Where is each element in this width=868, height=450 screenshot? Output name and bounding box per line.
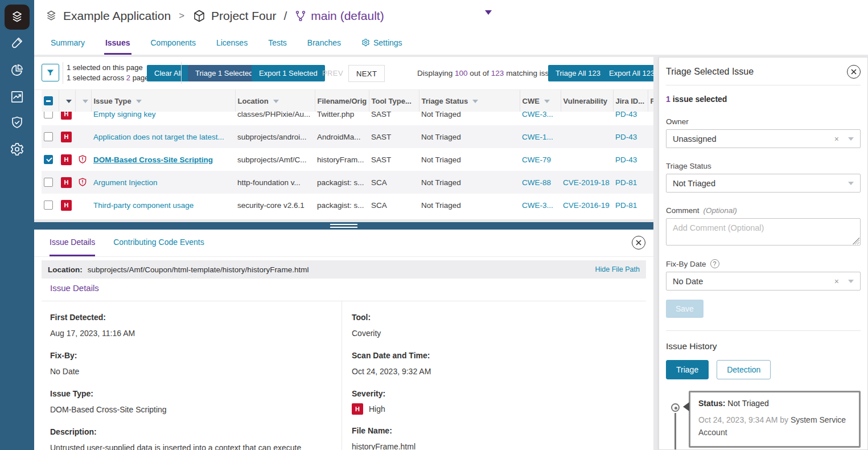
jira-link[interactable]: PD-81 — [615, 201, 637, 210]
field-value: Aug 17, 2023, 11:16 AM — [50, 328, 318, 339]
selected-on-page: 1 selected on this page — [67, 63, 153, 73]
sidebar-item-settings[interactable] — [0, 140, 34, 159]
col-location[interactable]: Location — [235, 90, 315, 112]
sidebar-item-tests[interactable] — [0, 33, 34, 52]
chevron-down-icon — [848, 137, 854, 141]
issue-type-link[interactable]: Application does not target the latest..… — [93, 133, 224, 141]
application-name[interactable]: Example Application — [63, 9, 171, 23]
export-all-button[interactable]: Export All 123 — [602, 65, 653, 81]
jira-link[interactable]: PD-81 — [615, 178, 637, 187]
close-triage-panel-button[interactable] — [847, 65, 861, 79]
tab-contributing-code-events[interactable]: Contributing Code Events — [113, 230, 204, 256]
branch-name[interactable]: main (default) — [311, 9, 384, 23]
severity-badge: H — [61, 154, 72, 165]
history-triage-button[interactable]: Triage — [666, 360, 709, 379]
row-checkbox[interactable] — [44, 178, 53, 187]
tab-tests[interactable]: Tests — [267, 32, 288, 55]
sidebar-item-trends[interactable] — [0, 87, 34, 107]
tab-summary[interactable]: Summary — [50, 32, 86, 55]
row-checkbox[interactable] — [44, 201, 53, 210]
issue-type-link[interactable]: Empty signing key — [93, 112, 156, 118]
row-checkbox[interactable] — [44, 132, 53, 141]
col-jira-id[interactable]: Jira ID... — [613, 90, 648, 112]
issue-type-link[interactable]: DOM-Based Cross-Site Scripting — [93, 156, 213, 164]
prev-page-button[interactable]: PREV — [318, 65, 348, 81]
security-shield-alert-icon — [77, 177, 88, 187]
help-icon[interactable]: ? — [710, 259, 719, 268]
clear-owner-icon[interactable]: × — [834, 134, 839, 144]
chevron-down-icon — [848, 280, 854, 283]
cwe-link[interactable]: CWE-3... — [522, 112, 553, 118]
tab-issues[interactable]: Issues — [104, 32, 131, 55]
severity-badge: H — [352, 403, 363, 415]
tab-components[interactable]: Components — [150, 32, 197, 55]
tab-branches[interactable]: Branches — [306, 32, 342, 55]
divider — [666, 330, 861, 331]
fix-by-date-select[interactable]: No Date × — [666, 272, 861, 291]
app-window: Example Application > Project Four / mai… — [0, 0, 868, 450]
export-selected-button[interactable]: Export 1 Selected — [252, 65, 325, 81]
clear-date-icon[interactable]: × — [834, 277, 839, 286]
triage-all-button[interactable]: Triage All 123 — [548, 65, 608, 81]
owner-select[interactable]: Unassigned × — [666, 129, 861, 148]
cwe-link[interactable]: CWE-88 — [522, 178, 551, 187]
location-label: Location: — [48, 265, 83, 274]
hide-file-path-link[interactable]: Hide File Path — [595, 265, 640, 273]
row-checkbox[interactable] — [44, 155, 53, 164]
history-detection-button[interactable]: Detection — [717, 360, 771, 379]
branch-dropdown-caret-icon[interactable] — [485, 10, 492, 15]
col-tool-type[interactable]: Tool Type... — [369, 90, 419, 112]
triage-status-cell: Not Triaged — [419, 148, 520, 171]
sidebar-item-reports[interactable] — [0, 60, 34, 80]
project-cube-icon — [192, 9, 206, 23]
col-vulnerability[interactable]: Vulnerability — [561, 90, 613, 112]
jira-link[interactable]: PD-43 — [615, 133, 637, 141]
application-layers-icon — [44, 9, 58, 23]
breadcrumb-separator: > — [179, 10, 184, 22]
next-page-button[interactable]: NEXT — [348, 65, 385, 82]
app-logo[interactable] — [5, 5, 30, 30]
sidebar-item-security[interactable] — [0, 113, 34, 132]
location-path: subprojects/Amf/Coupon/html-template/his… — [88, 265, 309, 274]
col-filename[interactable]: Filename/Orig — [315, 90, 369, 112]
tab-settings[interactable]: Settings — [360, 32, 404, 55]
security-shield-alert-icon — [77, 154, 88, 165]
gear-icon — [10, 142, 24, 157]
panel-resize-handle[interactable] — [34, 222, 653, 230]
select-all-cell[interactable] — [42, 90, 59, 112]
vulnerability-link[interactable]: CVE-2016-19 — [563, 201, 610, 210]
flag-column-caret-cell[interactable] — [75, 90, 91, 112]
close-details-button[interactable] — [632, 236, 645, 249]
tab-issue-details[interactable]: Issue Details — [50, 230, 95, 256]
chevron-down-icon — [848, 182, 854, 185]
git-branch-icon — [294, 10, 307, 22]
jira-link[interactable]: PD-43 — [615, 156, 637, 164]
row-checkbox[interactable] — [44, 112, 53, 118]
project-name[interactable]: Project Four — [211, 9, 276, 23]
select-all-checkbox[interactable] — [44, 96, 53, 105]
vulnerability-link[interactable]: CVE-2019-18 — [563, 178, 610, 187]
col-cwe[interactable]: CWE — [520, 90, 561, 112]
filter-button[interactable] — [42, 64, 59, 81]
cwe-link[interactable]: CWE-1... — [522, 133, 553, 141]
tab-licenses[interactable]: Licenses — [215, 32, 249, 55]
jira-link[interactable]: PD-43 — [615, 112, 637, 118]
issue-type-link[interactable]: Argument Injection — [93, 178, 158, 187]
comment-input[interactable] — [666, 218, 861, 246]
issues-toolbar: 1 selected on this page 1 selected acros… — [34, 57, 653, 90]
clear-all-button[interactable]: Clear All — [147, 65, 189, 81]
triage-status-select[interactable]: Not Triaged — [666, 174, 861, 193]
col-fi[interactable]: Fi — [648, 90, 653, 112]
history-timeline: Status: Not Triaged Oct 24, 2023, 9:34 A… — [666, 391, 861, 450]
field-label: Issue Type: — [50, 389, 342, 399]
col-triage-status[interactable]: Triage Status — [419, 90, 520, 112]
triage-status-cell: Not Triaged — [419, 194, 520, 216]
cwe-link[interactable]: CWE-79 — [522, 156, 551, 164]
bulk-actions-caret-cell[interactable] — [59, 90, 75, 112]
col-issue-type[interactable]: Issue Type — [91, 90, 235, 112]
save-button[interactable]: Save — [666, 300, 704, 318]
triage-selected-button[interactable]: Triage 1 Selected — [188, 65, 260, 81]
cwe-link[interactable]: CWE-3... — [522, 201, 553, 210]
issues-table-body: H Empty signing key classes/PHPixie/Au..… — [42, 112, 653, 216]
issue-type-link[interactable]: Third-party component usage — [93, 201, 194, 210]
